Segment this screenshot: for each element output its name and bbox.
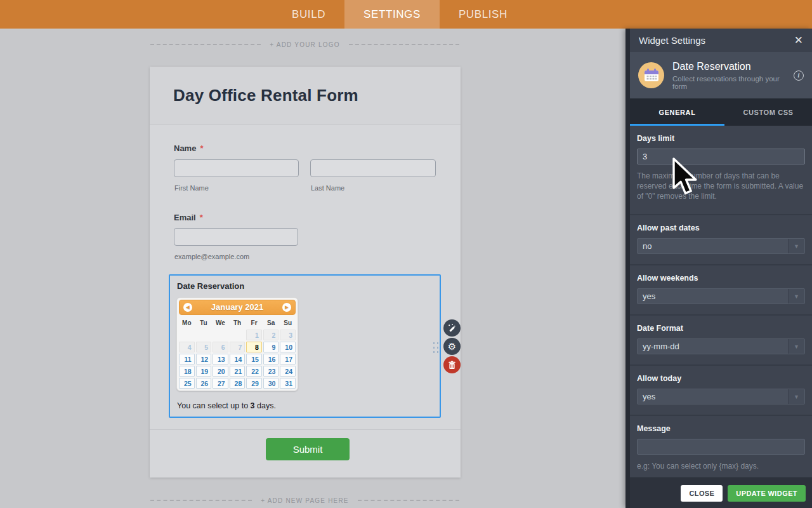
drag-handle[interactable]: [432, 341, 439, 354]
calendar-dow-fr: Fr: [246, 318, 262, 328]
calendar-day-7: 7: [230, 342, 246, 352]
calendar-header: ◀ January 2021 ▶: [179, 300, 296, 315]
calendar-day-8[interactable]: 8: [246, 342, 262, 352]
trash-icon: [448, 361, 456, 370]
add-new-page-placeholder[interactable]: + ADD NEW PAGE HERE: [150, 495, 459, 505]
allow-weekends-label: Allow weekends: [637, 274, 805, 283]
calendar-day-15[interactable]: 15: [246, 354, 262, 364]
panel-footer: CLOSE UPDATE WIDGET: [630, 478, 812, 508]
calendar-day-5: 5: [196, 342, 212, 352]
tab-build[interactable]: BUILD: [273, 0, 344, 29]
update-widget-button[interactable]: UPDATE WIDGET: [728, 485, 806, 502]
panel-header: Widget Settings ✕: [630, 29, 812, 52]
calendar-dow-th: Th: [230, 318, 246, 328]
note-prefix: You can select up to: [177, 401, 251, 410]
panel-body: Days limit The maximum number of days th…: [630, 126, 812, 478]
note-suffix: days.: [255, 401, 276, 410]
select-value: yes: [638, 289, 788, 304]
datepicker-calendar: ◀ January 2021 ▶ MoTuWeThFrSaSu 12345678…: [176, 297, 298, 391]
calendar-prev-icon[interactable]: ◀: [183, 303, 192, 312]
add-page-label: + ADD NEW PAGE HERE: [261, 497, 348, 504]
tab-general[interactable]: GENERAL: [630, 98, 724, 126]
date-reservation-widget[interactable]: Date Reservation ◀ January 2021 ▶ MoTuWe…: [169, 274, 441, 418]
close-icon[interactable]: ✕: [794, 35, 803, 46]
calendar-day-24[interactable]: 24: [280, 366, 296, 377]
message-input[interactable]: [637, 439, 805, 455]
calendar-day-19[interactable]: 19: [196, 366, 212, 377]
widget-selection-note: You can select up to 3 days.: [177, 401, 276, 410]
calendar-day-22[interactable]: 22: [246, 366, 262, 377]
form-footer: Submit: [150, 429, 461, 478]
calendar-day-31[interactable]: 31: [280, 378, 296, 389]
calendar-day-28[interactable]: 28: [230, 378, 246, 389]
calendar-day-21[interactable]: 21: [230, 366, 246, 377]
tab-publish[interactable]: PUBLISH: [440, 0, 527, 29]
allow-today-select[interactable]: yes ▼: [637, 389, 805, 404]
panel-tab-bar: GENERAL CUSTOM CSS: [630, 98, 812, 126]
calendar-day-14[interactable]: 14: [230, 354, 246, 364]
message-label: Message: [637, 424, 805, 433]
calendar-icon: [644, 68, 659, 83]
email-field-label: Email*: [174, 213, 203, 222]
setting-message: Message e.g: You can select only {max} d…: [630, 416, 812, 478]
calendar-day-30[interactable]: 30: [263, 378, 279, 389]
calendar-dow-sa: Sa: [263, 318, 279, 328]
date-format-select[interactable]: yy-mm-dd ▼: [637, 338, 805, 354]
days-limit-help: The maximum number of days that can be r…: [637, 171, 805, 201]
info-icon[interactable]: i: [794, 70, 804, 81]
submit-button[interactable]: Submit: [266, 438, 350, 460]
message-help: e.g: You can select only {max} days.: [637, 461, 805, 471]
days-limit-label: Days limit: [637, 134, 805, 143]
calendar-day-4: 4: [179, 342, 195, 352]
calendar-day-1: 1: [246, 330, 262, 340]
calendar-month-title: January 2021: [211, 302, 263, 312]
calendar-day-17[interactable]: 17: [280, 354, 296, 364]
add-logo-placeholder[interactable]: + ADD YOUR LOGO: [150, 39, 459, 50]
delete-widget-button[interactable]: [443, 356, 461, 373]
calendar-day-10[interactable]: 10: [280, 342, 296, 352]
calendar-day-9[interactable]: 9: [263, 342, 279, 352]
calendar-cell-empty: [213, 330, 228, 340]
close-button[interactable]: CLOSE: [681, 485, 723, 502]
chevron-down-icon: ▼: [794, 394, 799, 400]
chevron-down-icon: ▼: [794, 344, 799, 350]
calendar-day-12[interactable]: 12: [196, 354, 212, 364]
chevron-down-icon: ▼: [794, 293, 799, 300]
tab-settings[interactable]: SETTINGS: [344, 0, 440, 29]
setting-allow-today: Allow today yes ▼: [630, 366, 812, 416]
email-label-text: Email: [174, 213, 196, 222]
calendar-day-27[interactable]: 27: [213, 378, 228, 389]
select-value: yes: [638, 389, 788, 404]
setting-date-format: Date Format yy-mm-dd ▼: [630, 316, 812, 366]
first-name-input[interactable]: [174, 159, 299, 177]
widget-name: Date Reservation: [672, 61, 785, 72]
magic-wand-button[interactable]: [443, 319, 461, 337]
calendar-day-16[interactable]: 16: [263, 354, 279, 364]
calendar-day-26[interactable]: 26: [196, 378, 212, 389]
chevron-down-icon: ▼: [794, 243, 799, 250]
calendar-next-icon[interactable]: ▶: [282, 303, 291, 312]
calendar-day-23[interactable]: 23: [263, 366, 279, 377]
calendar-day-20[interactable]: 20: [213, 366, 228, 377]
email-input[interactable]: [174, 228, 298, 246]
calendar-day-18[interactable]: 18: [179, 366, 195, 377]
form-preview-card: Day Office Rental Form Name* First Name …: [150, 67, 461, 478]
allow-past-dates-select[interactable]: no ▼: [637, 238, 805, 254]
form-title: Day Office Rental Form: [173, 86, 358, 105]
calendar-day-25[interactable]: 25: [179, 378, 195, 389]
widget-settings-button[interactable]: ⚙: [443, 338, 461, 355]
calendar-day-13[interactable]: 13: [213, 354, 228, 364]
allow-today-label: Allow today: [637, 374, 805, 383]
panel-scrollbar-track[interactable]: [625, 29, 630, 508]
calendar-cell-empty: [179, 330, 195, 340]
calendar-day-29[interactable]: 29: [246, 378, 262, 389]
date-format-label: Date Format: [637, 324, 805, 333]
required-asterisk: *: [200, 213, 203, 222]
calendar-day-11[interactable]: 11: [179, 354, 195, 364]
calendar-dow-row: MoTuWeThFrSaSu: [179, 318, 296, 328]
last-name-input[interactable]: [310, 159, 436, 177]
widget-settings-panel: Widget Settings ✕ Date Reservation C: [625, 29, 812, 508]
allow-weekends-select[interactable]: yes ▼: [637, 288, 805, 304]
days-limit-input[interactable]: [637, 149, 805, 164]
tab-custom-css[interactable]: CUSTOM CSS: [724, 98, 812, 126]
